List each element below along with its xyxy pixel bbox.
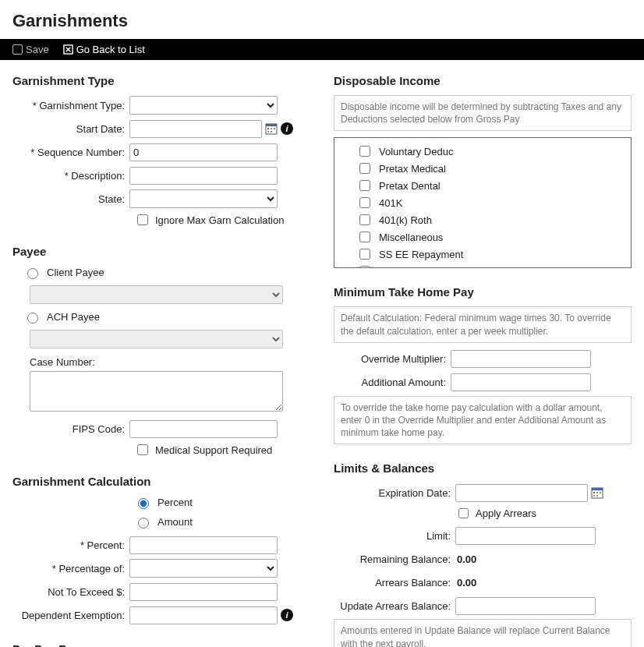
deduction-label: 401K <box>379 197 402 209</box>
medical-support-checkbox[interactable] <box>137 444 148 455</box>
description-input[interactable] <box>129 167 278 185</box>
svg-rect-2 <box>266 124 277 126</box>
svg-rect-9 <box>592 488 603 490</box>
dependent-exemption-label: Dependent Exemption: <box>12 610 129 621</box>
calendar-icon[interactable] <box>591 486 603 499</box>
left-column: Garnishment Type Garnishment Type: Start… <box>12 74 310 647</box>
ach-payee-label: ACH Payee <box>47 311 100 323</box>
deduction-item: 401(k) Roth <box>356 211 625 228</box>
back-label: Go Back to List <box>76 44 145 55</box>
limit-input[interactable] <box>455 527 596 545</box>
deduction-label: Voluntary Deduc <box>379 146 453 157</box>
calendar-icon[interactable] <box>265 122 278 135</box>
info-icon[interactable]: i <box>281 609 293 621</box>
svg-rect-14 <box>596 495 598 497</box>
svg-rect-13 <box>593 495 595 497</box>
apply-arrears-checkbox[interactable] <box>458 508 469 518</box>
mthp-info-bottom: To override the take home pay calculatio… <box>334 396 632 445</box>
garnishment-type-heading: Garnishment Type <box>12 74 310 87</box>
client-payee-select[interactable] <box>30 285 283 304</box>
back-icon <box>63 44 73 55</box>
description-label: Description: <box>12 170 129 182</box>
deduction-item: SS EE Repayment <box>356 246 625 263</box>
additional-amount-input[interactable] <box>451 373 591 391</box>
percentage-of-label: Percentage of: <box>12 563 129 575</box>
expiration-date-input[interactable] <box>455 484 588 502</box>
override-multiplier-input[interactable] <box>451 350 591 368</box>
deduction-label: Miscellaneous <box>379 232 443 243</box>
deduction-checkbox[interactable] <box>359 249 370 260</box>
disposable-info: Disposable income will be determined by … <box>334 95 632 131</box>
arrears-balance-label: Arrears Balance: <box>334 577 455 589</box>
garn-calc-heading: Garnishment Calculation <box>12 475 310 488</box>
remaining-balance-value: 0.00 <box>455 553 476 565</box>
svg-rect-4 <box>271 128 272 129</box>
state-label: State: <box>12 193 129 205</box>
svg-rect-12 <box>600 492 601 493</box>
deduction-label: Pretax Dental <box>379 180 441 192</box>
dependent-exemption-input[interactable] <box>129 606 278 624</box>
deduction-checkbox[interactable] <box>359 180 370 191</box>
svg-rect-7 <box>271 131 272 133</box>
mthp-info-top: Default Calculation: Federal minimum wag… <box>334 306 632 342</box>
case-number-label: Case Number: <box>30 356 310 368</box>
ignore-max-garn-checkbox[interactable] <box>137 214 148 225</box>
fips-code-label: FIPS Code: <box>12 423 129 435</box>
deduction-checkbox[interactable] <box>359 197 370 208</box>
deduction-list[interactable]: Voluntary DeducPretax MedicalPretax Dent… <box>334 137 632 268</box>
percentage-of-select[interactable] <box>129 559 278 578</box>
not-to-exceed-label: Not To Exceed $: <box>12 586 129 598</box>
deduction-item: United Way <box>356 263 625 268</box>
update-arrears-input[interactable] <box>455 597 596 615</box>
min-take-home-heading: Minimum Take Home Pay <box>334 285 632 299</box>
deduction-checkbox[interactable] <box>359 214 370 225</box>
svg-rect-10 <box>593 492 595 493</box>
deduction-label: United Way <box>379 266 431 269</box>
deduction-item: Pretax Medical <box>356 160 625 177</box>
additional-amount-label: Additional Amount: <box>334 377 451 388</box>
svg-rect-5 <box>274 128 275 129</box>
sequence-number-input[interactable] <box>129 143 278 161</box>
fips-code-input[interactable] <box>129 420 278 438</box>
ach-payee-select[interactable] <box>30 330 283 348</box>
limit-label: Limit: <box>334 530 455 542</box>
client-payee-label: Client Payee <box>47 267 104 278</box>
per-pay-fee-heading: Per Pay Fee <box>12 642 310 647</box>
deduction-label: SS EE Repayment <box>379 249 463 260</box>
payee-heading: Payee <box>12 245 310 258</box>
save-icon <box>12 44 23 55</box>
info-icon[interactable]: i <box>281 122 293 135</box>
case-number-textarea[interactable] <box>30 371 283 412</box>
deduction-item: Miscellaneous <box>356 228 625 246</box>
save-button[interactable]: Save <box>12 44 49 55</box>
svg-rect-11 <box>596 492 598 493</box>
start-date-label: Start Date: <box>12 123 129 135</box>
deduction-checkbox[interactable] <box>359 163 370 174</box>
ach-payee-radio[interactable] <box>27 313 38 324</box>
save-label: Save <box>26 44 49 55</box>
percent-radio[interactable] <box>138 498 149 509</box>
garnishment-type-select[interactable] <box>129 96 278 115</box>
state-select[interactable] <box>129 189 278 208</box>
content: Garnishment Type Garnishment Type: Start… <box>0 60 644 647</box>
deduction-checkbox[interactable] <box>359 146 370 157</box>
deduction-checkbox[interactable] <box>359 266 370 268</box>
deduction-item: 401K <box>356 194 625 211</box>
go-back-button[interactable]: Go Back to List <box>63 44 145 55</box>
percent-label: Percent: <box>12 539 129 551</box>
not-to-exceed-input[interactable] <box>129 583 278 601</box>
svg-rect-6 <box>267 131 269 133</box>
client-payee-radio[interactable] <box>27 268 38 279</box>
sequence-number-label: Sequence Number: <box>12 147 129 158</box>
amount-radio-label: Amount <box>157 516 193 528</box>
deduction-checkbox[interactable] <box>359 232 370 242</box>
expiration-date-label: Expiration Date: <box>334 487 455 499</box>
action-bar: Save Go Back to List <box>0 39 644 60</box>
arrears-balance-value: 0.00 <box>455 577 476 589</box>
deduction-label: Pretax Medical <box>379 163 446 175</box>
amount-radio[interactable] <box>138 518 149 529</box>
remaining-balance-label: Remaining Balance: <box>334 553 455 565</box>
disposable-income-heading: Disposable Income <box>334 74 632 87</box>
start-date-input[interactable] <box>129 120 262 138</box>
percent-input[interactable] <box>129 536 278 554</box>
